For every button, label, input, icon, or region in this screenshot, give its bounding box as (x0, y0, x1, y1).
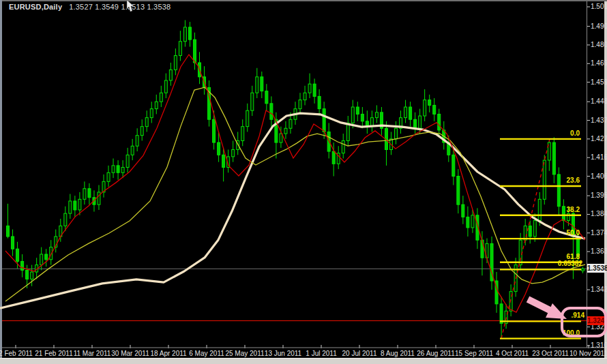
ma-slow-white-line (0, 113, 585, 308)
candle-body (74, 201, 76, 210)
candle-body (155, 102, 158, 108)
candle-body (126, 155, 129, 167)
candle-body (356, 107, 359, 114)
candle-body (433, 105, 436, 114)
candle-body (424, 100, 426, 116)
chart-canvas[interactable] (0, 0, 607, 364)
candle-body (83, 189, 86, 200)
candle-body (246, 110, 249, 126)
candle-body (69, 201, 72, 213)
candle-body (457, 177, 460, 205)
chart-window: EURUSD,Daily1.3527 1.3549 1.3513 1.3538 … (0, 0, 607, 364)
ma-fast-red-line (5, 55, 585, 312)
candle-body (121, 167, 124, 172)
symbol-label: EURUSD,Daily1.3527 1.3549 1.3513 1.3538 (9, 3, 171, 11)
candle-body (562, 207, 565, 221)
candle-body (409, 107, 412, 119)
candle-body (414, 119, 417, 128)
candle-body (12, 237, 14, 249)
candle-body (78, 199, 81, 210)
candle-body (140, 127, 143, 136)
candle-body (346, 123, 349, 140)
candle-body (543, 160, 546, 199)
candle-body (323, 109, 325, 132)
candle-body (361, 114, 364, 121)
candle-body (193, 40, 196, 63)
candle-body (174, 56, 177, 70)
candle-body (318, 96, 321, 108)
candle-body (299, 100, 301, 109)
candle-body (557, 175, 560, 207)
candle-body (395, 128, 398, 139)
candle-body (529, 226, 531, 237)
candle-body (375, 112, 378, 118)
candle-body (150, 109, 153, 118)
candle-body (581, 269, 584, 271)
candle-body (419, 116, 421, 128)
candle-body (552, 142, 555, 175)
candle-body (519, 240, 522, 264)
candle-body (265, 91, 268, 104)
candle-body (342, 140, 344, 153)
candle-body (452, 155, 455, 176)
candle-body (26, 270, 29, 279)
candle-body (117, 166, 119, 172)
candle-body (304, 93, 306, 100)
candle-body (289, 119, 292, 128)
candle-body (332, 151, 335, 164)
candle-body (313, 84, 316, 96)
candle-body (112, 166, 115, 172)
candle-body (107, 172, 110, 181)
highlight-annotation-box (561, 307, 607, 337)
candle-body (572, 213, 574, 237)
candle-body (256, 77, 258, 93)
ohlc-readout: 1.3527 1.3549 1.3513 1.3538 (69, 3, 171, 11)
candle-body (404, 107, 407, 118)
candle-body (213, 119, 216, 142)
candle-body (183, 27, 186, 42)
candle-body (188, 27, 191, 40)
candle-body (438, 114, 441, 130)
candle-body (232, 149, 235, 156)
candle-body (145, 118, 148, 127)
candle-body (179, 42, 181, 56)
candle-body (538, 199, 541, 220)
candle-body (462, 204, 464, 217)
candle-body (160, 93, 162, 102)
bid-price-tag: 1.3538 (587, 264, 606, 273)
candle-body (21, 261, 24, 270)
candle-body (428, 100, 431, 106)
candle-body (131, 146, 134, 155)
candle-body (284, 128, 287, 134)
candle-body (164, 80, 167, 93)
candle-body (40, 254, 43, 265)
candle-body (251, 93, 254, 110)
candle-body (16, 249, 19, 261)
candle-body (308, 84, 311, 93)
candle-body (222, 155, 225, 167)
candle-body (280, 134, 282, 142)
candle-body (241, 127, 244, 141)
candle-body (31, 272, 33, 279)
candle-body (467, 217, 469, 228)
candle-body (88, 189, 91, 198)
candle-body (533, 221, 536, 237)
candle-body (261, 77, 263, 91)
candle-body (7, 226, 10, 237)
candle-body (351, 107, 354, 123)
candle-body (471, 215, 474, 228)
candle-body (64, 213, 67, 226)
candle-body (136, 136, 138, 147)
candle-body (169, 70, 172, 80)
candle-body (218, 142, 220, 155)
candle-body (270, 104, 273, 119)
symbol-name: EURUSD,Daily (9, 3, 62, 11)
candle-body (45, 254, 48, 260)
